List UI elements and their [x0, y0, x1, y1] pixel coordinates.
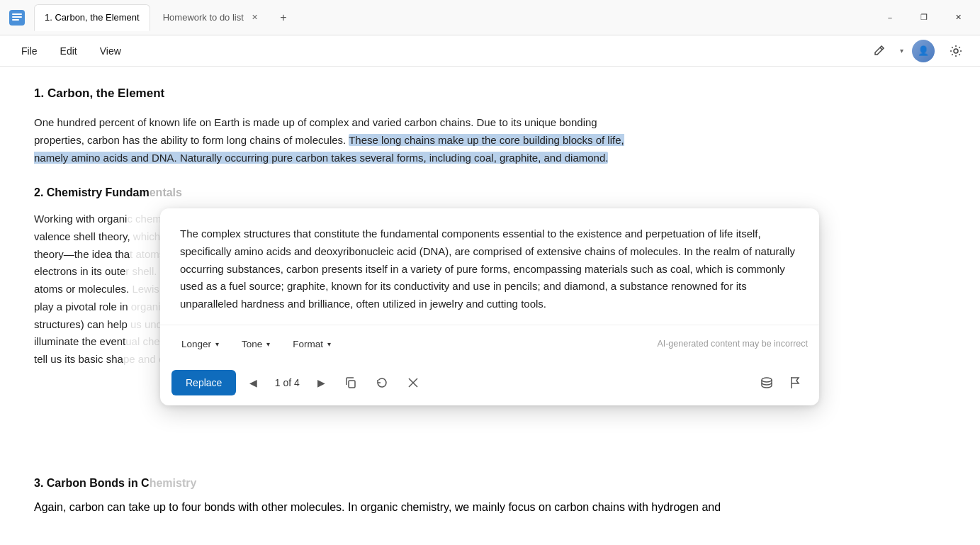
prev-button[interactable]: ◀ — [242, 371, 264, 394]
settings-button[interactable] — [943, 38, 969, 64]
pen-toolbar-btn[interactable] — [866, 38, 891, 64]
ai-popup-toolbar: Longer ▾ Tone ▾ Format ▾ AI-generated co… — [160, 325, 819, 363]
menu-edit[interactable]: Edit — [50, 41, 87, 61]
doc-bottom: 3. Carbon Bonds in Chemistry Again, carb… — [0, 460, 980, 545]
tone-label: Tone — [242, 339, 262, 349]
close-ai-button[interactable] — [400, 370, 426, 395]
titlebar: 1. Carbon, the Element Homework to do li… — [0, 0, 980, 35]
ai-disclaimer: AI-generated content may be incorrect — [657, 339, 808, 349]
toolbar-right: ▾ 👤 — [866, 38, 969, 64]
right-action-btns — [754, 370, 808, 395]
avatar-image: 👤 — [912, 40, 935, 62]
tab-homework[interactable]: Homework to do list ✕ — [153, 4, 271, 31]
doc-heading1: 1. Carbon, the Element — [34, 84, 646, 103]
refresh-button[interactable] — [369, 370, 395, 395]
longer-label: Longer — [181, 339, 211, 349]
doc-heading3: 3. Carbon Bonds in Chemistry — [34, 477, 946, 490]
tab-homework-label: Homework to do list — [163, 12, 244, 23]
ai-actions: Replace ◀ 1 of 4 ▶ — [160, 363, 819, 405]
svg-rect-2 — [12, 16, 22, 18]
tab-close-icon[interactable]: ✕ — [249, 12, 261, 23]
tab-carbon[interactable]: 1. Carbon, the Element — [34, 4, 150, 31]
ai-popup: The complex structures that constitute t… — [160, 208, 819, 405]
counter-display: 1 of 4 — [270, 377, 304, 388]
app-icon — [6, 6, 28, 29]
menu-view[interactable]: View — [90, 41, 131, 61]
ai-generated-text: The complex structures that constitute t… — [180, 225, 799, 313]
tab-carbon-label: 1. Carbon, the Element — [45, 12, 140, 23]
stack-button[interactable] — [754, 370, 779, 395]
content-area: 1. Carbon, the Element One hundred perce… — [0, 67, 980, 545]
tone-dropdown-icon: ▾ — [266, 340, 270, 348]
svg-rect-5 — [349, 381, 355, 388]
menubar: File Edit View ▾ 👤 — [0, 35, 980, 67]
minimize-button[interactable]: − — [874, 6, 906, 29]
close-button[interactable]: ✕ — [942, 6, 974, 29]
window-controls: − ❐ ✕ — [874, 6, 974, 29]
doc-para1: One hundred percent of known life on Ear… — [34, 114, 646, 167]
menu-file[interactable]: File — [11, 41, 47, 61]
tone-button[interactable]: Tone ▾ — [232, 334, 280, 354]
flag-button[interactable] — [782, 370, 808, 395]
doc-para3: Again, carbon can take up to four bonds … — [34, 498, 946, 517]
replace-button[interactable]: Replace — [171, 370, 236, 395]
svg-rect-1 — [12, 13, 22, 15]
longer-button[interactable]: Longer ▾ — [171, 334, 229, 354]
user-avatar[interactable]: 👤 — [912, 40, 935, 62]
format-dropdown-icon: ▾ — [327, 340, 331, 348]
svg-point-8 — [762, 378, 772, 382]
ai-popup-content: The complex structures that constitute t… — [160, 208, 819, 313]
longer-dropdown-icon: ▾ — [215, 340, 219, 348]
maximize-button[interactable]: ❐ — [908, 6, 940, 29]
format-button[interactable]: Format ▾ — [283, 334, 341, 354]
pen-dropdown-arrow[interactable]: ▾ — [900, 47, 903, 55]
format-label: Format — [293, 339, 323, 349]
next-button[interactable]: ▶ — [310, 371, 332, 394]
tab-add-button[interactable]: + — [274, 8, 293, 28]
svg-point-4 — [954, 49, 958, 53]
copy-button[interactable] — [338, 370, 364, 395]
svg-rect-3 — [12, 19, 19, 21]
doc-heading2: 2. Chemistry Fundamentals — [34, 184, 646, 202]
